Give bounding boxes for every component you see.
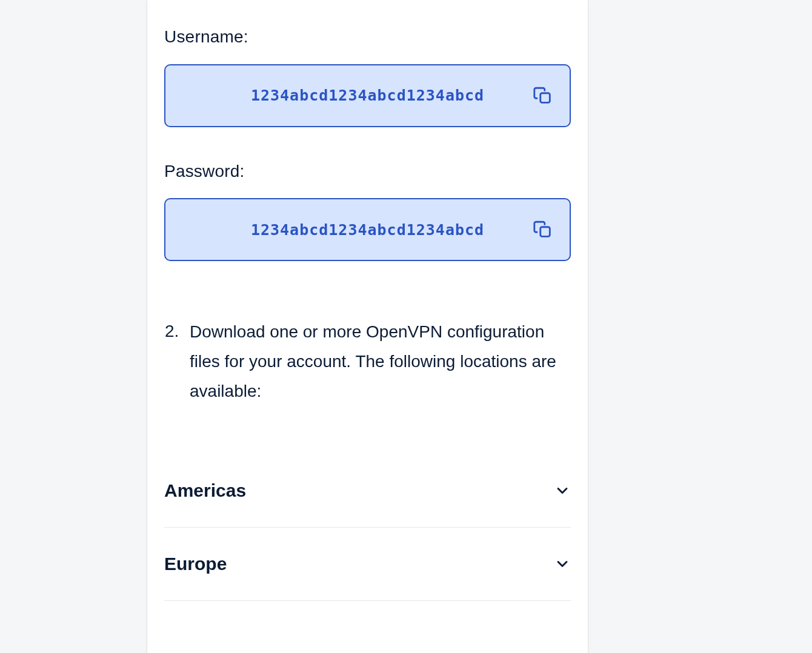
regions-accordion: Americas Europe xyxy=(164,454,571,601)
accordion-title: Europe xyxy=(164,554,227,574)
username-field: Username: 1234abcd1234abcd1234abcd xyxy=(164,0,571,127)
step-index: 2. xyxy=(164,317,179,406)
password-label: Password: xyxy=(164,161,571,182)
svg-rect-1 xyxy=(541,227,550,237)
password-credential-box: 1234abcd1234abcd1234abcd xyxy=(164,198,571,261)
content-card: Username: 1234abcd1234abcd1234abcd Passw… xyxy=(147,0,588,653)
accordion-header-europe[interactable]: Europe xyxy=(164,528,571,600)
username-credential-box: 1234abcd1234abcd1234abcd xyxy=(164,64,571,127)
copy-icon xyxy=(533,85,553,106)
accordion-title: Americas xyxy=(164,480,246,501)
username-value: 1234abcd1234abcd1234abcd xyxy=(251,87,484,104)
accordion-item-americas: Americas xyxy=(164,454,571,528)
username-label: Username: xyxy=(164,27,571,47)
password-value: 1234abcd1234abcd1234abcd xyxy=(251,221,484,239)
copy-icon xyxy=(533,219,553,240)
copy-username-button[interactable] xyxy=(531,84,555,108)
copy-password-button[interactable] xyxy=(531,217,555,242)
step-text: Download one or more OpenVPN configurati… xyxy=(190,317,571,406)
password-field: Password: 1234abcd1234abcd1234abcd xyxy=(164,127,571,262)
svg-rect-0 xyxy=(541,93,550,102)
accordion-item-europe: Europe xyxy=(164,528,571,601)
accordion-header-americas[interactable]: Americas xyxy=(164,454,571,527)
step-2: 2. Download one or more OpenVPN configur… xyxy=(164,261,571,406)
chevron-down-icon xyxy=(554,482,571,499)
chevron-down-icon xyxy=(554,555,571,572)
